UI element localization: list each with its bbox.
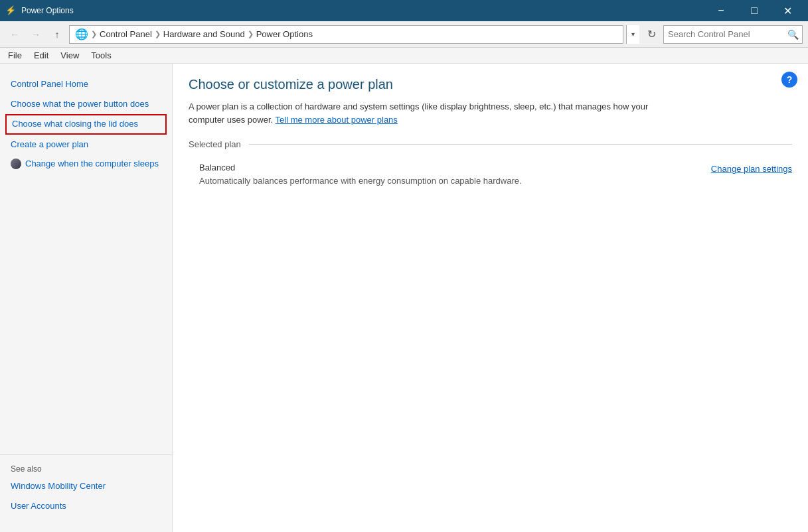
plan-description: Automatically balances performance with … [199,175,522,187]
title-bar: ⚡ Power Options − □ ✕ [0,0,808,21]
breadcrumb-sep-1: ❯ [155,30,161,38]
plan-name: Balanced [199,163,522,172]
learn-more-link[interactable]: Tell me more about power plans [276,115,398,125]
plan-row: Balanced Automatically balances performa… [189,160,792,190]
menu-file[interactable]: File [3,49,27,62]
maximize-button[interactable]: □ [739,0,769,21]
breadcrumb-sep-0: ❯ [91,30,97,38]
app-icon: ⚡ [5,5,16,16]
content-area: ? Choose or customize a power plan A pow… [173,64,808,532]
breadcrumb-sep-2: ❯ [248,30,254,38]
breadcrumb-control-panel[interactable]: Control Panel [100,29,152,39]
window-title: Power Options [21,6,74,15]
sidebar-item-sleep-label: Change when the computer sleeps [25,159,159,168]
address-bar: ← → ↑ 🌐 ❯ Control Panel ❯ Hardware and S… [0,21,808,48]
back-button[interactable]: ← [5,25,24,44]
sidebar-item-home[interactable]: Control Panel Home [0,74,172,94]
search-box: 🔍 [663,25,803,44]
main-area: Control Panel Home Choose what the power… [0,64,808,532]
help-button[interactable]: ? [781,72,797,88]
sidebar-item-mobility-center[interactable]: Windows Mobility Center [0,476,172,496]
forward-button[interactable]: → [27,25,45,44]
plan-info: Balanced Automatically balances performa… [199,163,522,187]
address-path: 🌐 ❯ Control Panel ❯ Hardware and Sound ❯… [69,25,623,44]
globe-icon: 🌐 [75,28,88,40]
search-icon: 🔍 [783,25,802,44]
page-title: Choose or customize a power plan [189,77,792,92]
see-also-label: See also [0,460,172,476]
menu-edit[interactable]: Edit [29,49,54,62]
section-divider [249,144,792,145]
sidebar-item-create-plan[interactable]: Create a power plan [0,135,172,155]
up-button[interactable]: ↑ [48,25,66,44]
menu-bar: File Edit View Tools [0,48,808,64]
breadcrumb-current: Power Options [256,29,313,39]
selected-plan-label: Selected plan [189,139,241,149]
sleep-icon [11,159,21,169]
sidebar-item-user-accounts[interactable]: User Accounts [0,496,172,516]
menu-view[interactable]: View [55,49,84,62]
change-plan-link[interactable]: Change plan settings [711,163,792,174]
description-text: A power plan is a collection of hardware… [189,101,648,125]
selected-plan-header: Selected plan [189,139,792,149]
sidebar-item-sleep[interactable]: Change when the computer sleeps [0,155,172,173]
sidebar-bottom: See also Windows Mobility Center User Ac… [0,454,172,521]
window-controls: − □ ✕ [706,0,803,21]
sidebar-item-power-button[interactable]: Choose what the power button does [0,94,172,114]
breadcrumb-hardware-sound[interactable]: Hardware and Sound [163,29,245,39]
minimize-button[interactable]: − [706,0,736,21]
search-input[interactable] [664,29,783,39]
menu-tools[interactable]: Tools [86,49,116,62]
sidebar-item-closing-lid[interactable]: Choose what closing the lid does [5,114,167,134]
refresh-button[interactable]: ↻ [642,25,661,44]
path-dropdown-button[interactable]: ▾ [626,25,639,44]
close-button[interactable]: ✕ [772,0,803,21]
page-description: A power plan is a collection of hardware… [189,100,667,126]
sidebar: Control Panel Home Choose what the power… [0,64,173,532]
